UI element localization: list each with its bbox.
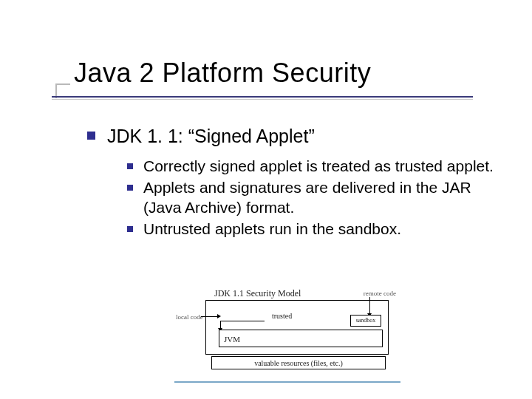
diagram-trusted-label: trusted xyxy=(272,312,292,320)
square-bullet-icon xyxy=(127,163,133,169)
bullet-level2-text: Untrusted applets run in the sandbox. xyxy=(143,219,401,239)
diagram-caption: JDK 1.1 Security Model xyxy=(214,288,301,299)
bullet-level2: Untrusted applets run in the sandbox. xyxy=(127,219,501,239)
bullet-level1: JDK 1. 1: “Signed Applet” xyxy=(87,124,501,149)
title-underline xyxy=(52,96,473,98)
diagram-sandbox-box: sandbox xyxy=(350,315,381,327)
bullet-level2-text: Applets and signatures are delivered in … xyxy=(143,177,501,218)
square-bullet-icon xyxy=(87,132,95,140)
arrow-line xyxy=(201,316,219,317)
bullet-level2: Correctly signed applet is treated as tr… xyxy=(127,156,501,176)
slide-title: Java 2 Platform Security xyxy=(74,58,371,93)
diagram-local-code-label: local code xyxy=(176,313,203,321)
sub-bullet-list: Correctly signed applet is treated as tr… xyxy=(127,156,501,239)
bullet-level1-text: JDK 1. 1: “Signed Applet” xyxy=(107,124,315,149)
arrow-line xyxy=(220,321,265,321)
diagram-resources-box: valuable resources (files, etc.) xyxy=(211,356,386,369)
arrow-line xyxy=(369,297,370,315)
bullet-level2-text: Correctly signed applet is treated as tr… xyxy=(143,156,494,176)
slide-body: JDK 1. 1: “Signed Applet” Correctly sign… xyxy=(87,124,501,241)
square-bullet-icon xyxy=(127,185,133,191)
square-bullet-icon xyxy=(127,226,133,232)
diagram-footer-rule xyxy=(174,381,400,383)
arrowhead-right-icon xyxy=(217,314,221,318)
security-model-diagram: JDK 1.1 Security Model remote code local… xyxy=(176,288,398,378)
diagram-remote-code-label: remote code xyxy=(364,290,396,297)
bullet-level2: Applets and signatures are delivered in … xyxy=(127,177,501,218)
diagram-jvm-box: JVM xyxy=(219,330,383,347)
slide: Java 2 Platform Security JDK 1. 1: “Sign… xyxy=(0,0,532,399)
title-area: Java 2 Platform Security xyxy=(74,58,371,93)
